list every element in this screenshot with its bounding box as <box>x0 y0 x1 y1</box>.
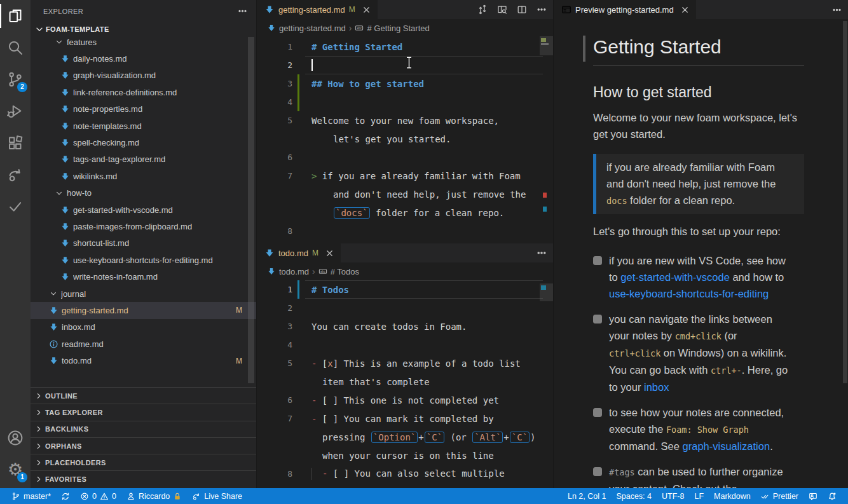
code-line-8[interactable]: 8 <box>257 222 553 240</box>
status-prettier[interactable]: Prettier <box>756 488 804 504</box>
activity-item-settings[interactable]: ⚙1 <box>0 454 31 486</box>
file-get-started-with-vscode.md[interactable]: get-started-with-vscode.md <box>31 201 256 218</box>
file-label: note-templates.md <box>73 121 142 131</box>
close-icon[interactable] <box>680 5 690 15</box>
code-line-1[interactable]: 1# Getting Started <box>257 37 553 56</box>
task-checkbox[interactable] <box>593 467 602 476</box>
code-line-wrap[interactable]: item that's complete <box>257 372 553 391</box>
section-placeholders[interactable]: PLACEHOLDERS <box>31 454 256 470</box>
status-spaces-4[interactable]: Spaces: 4 <box>611 488 657 504</box>
status-sync[interactable] <box>56 488 75 504</box>
code-line-wrap[interactable]: and don't need help, just remove the <box>257 185 553 203</box>
more-actions-icon[interactable] <box>832 5 842 15</box>
more-icon[interactable] <box>537 248 547 258</box>
breadcrumb-item[interactable]: todo.md <box>267 267 309 276</box>
status-utf-8[interactable]: UTF-8 <box>657 488 689 504</box>
status-feedback[interactable] <box>804 488 823 504</box>
file-shortcut-list.md[interactable]: shortcut-list.md <box>31 235 256 252</box>
tab-getting-started[interactable]: getting-started.md M <box>257 0 378 19</box>
status-markdown[interactable]: Markdown <box>709 488 756 504</box>
tab-preview[interactable]: Preview getting-started.md <box>554 0 696 19</box>
minimap[interactable] <box>540 36 553 55</box>
open-preview-side-icon[interactable] <box>497 4 507 15</box>
status-bell[interactable] <box>823 488 842 504</box>
code-line-7[interactable]: 7- [ ] You can mark it completed by <box>257 409 553 428</box>
activity-item-extensions[interactable] <box>0 127 31 159</box>
status-live-share[interactable]: Live Share <box>187 488 247 504</box>
file-spell-checking.md[interactable]: spell-checking.md <box>31 134 256 151</box>
code-line-5[interactable]: 5Welcome to your new foam workspace, <box>257 111 553 130</box>
code-line-wrap[interactable]: pressing `Option`+`C` (or `Alt`+`C`) <box>257 428 553 446</box>
activity-item-explorer[interactable] <box>0 0 31 32</box>
task-checkbox[interactable] <box>593 256 602 265</box>
code-line-wrap[interactable]: when your cursor is on this line <box>257 446 553 465</box>
file-daily-notes.md[interactable]: daily-notes.md <box>31 50 256 67</box>
status-0[interactable]: 00 <box>75 488 121 504</box>
activity-item-tasks-check[interactable] <box>0 191 31 222</box>
file-tags-and-tag-explorer.md[interactable]: tags-and-tag-explorer.md <box>31 151 256 168</box>
code-line-1[interactable]: 1# Todos <box>257 280 553 299</box>
open-changes-icon[interactable] <box>477 4 488 15</box>
file-readme.md[interactable]: readme.md <box>31 336 256 352</box>
section-tag-explorer[interactable]: TAG EXPLORER <box>31 404 256 420</box>
minimap[interactable] <box>540 283 553 301</box>
file-paste-images-from-clipboard.md[interactable]: paste-images-from-clipboard.md <box>31 218 256 235</box>
code-line-6[interactable]: 6 <box>257 148 553 167</box>
file-graph-visualization.md[interactable]: graph-visualization.md <box>31 67 256 84</box>
file-inbox.md[interactable]: inbox.md <box>31 319 256 336</box>
preview-link[interactable]: get-started-with-vscode <box>620 271 730 283</box>
file-note-properties.md[interactable]: note-properties.md <box>31 101 256 118</box>
code-line-7[interactable]: 7> if you are already familiar with Foam <box>257 167 553 185</box>
section-orphans[interactable]: ORPHANS <box>31 437 256 454</box>
file-todo.md[interactable]: todo.mdM <box>31 352 256 369</box>
activity-item-account[interactable] <box>0 422 31 454</box>
breadcrumb-item[interactable]: abc# Todos <box>318 267 359 276</box>
task-checkbox[interactable] <box>593 408 602 417</box>
activity-item-source-control[interactable]: 2 <box>0 64 31 95</box>
section-backlinks[interactable]: BACKLINKS <box>31 421 256 437</box>
editor-todo[interactable]: 1# Todos23You can create todos in Foam.4… <box>257 280 553 483</box>
activity-item-search[interactable] <box>0 32 31 64</box>
folder-how-to[interactable]: how-to <box>31 185 256 201</box>
sidebar-scrollbar[interactable] <box>248 37 254 383</box>
code-line-wrap[interactable]: `docs` folder for a clean repo. <box>257 203 553 222</box>
preview-link[interactable]: inbox <box>644 381 669 393</box>
activity-item-run-debug[interactable] <box>0 95 31 127</box>
code-line-2[interactable]: 2 <box>257 299 553 317</box>
code-line-5[interactable]: 5- [x] This is an example of a todo list <box>257 354 553 372</box>
status-riccardo[interactable]: Riccardo <box>121 488 187 504</box>
file-link-reference-definitions.md[interactable]: link-reference-definitions.md <box>31 84 256 100</box>
file-getting-started.md[interactable]: getting-started.mdM <box>31 302 256 318</box>
preview-scrollbar[interactable] <box>843 21 847 383</box>
code-line-4[interactable]: 4 <box>257 336 553 354</box>
close-icon[interactable] <box>362 5 371 15</box>
file-use-keyboard-shortcuts-for-editing.md[interactable]: use-keyboard-shortcuts-for-editing.md <box>31 252 256 268</box>
preview-link[interactable]: graph-visualization <box>683 440 770 452</box>
section-favorites[interactable]: FAVORITES <box>31 470 256 487</box>
section-outline[interactable]: OUTLINE <box>31 387 256 404</box>
code-line-6[interactable]: 6- [ ] This one is not completed yet <box>257 391 553 409</box>
status-master-[interactable]: master* <box>6 488 56 504</box>
activity-item-live-share[interactable] <box>0 159 31 191</box>
code-line-wrap[interactable]: let's get you started. <box>257 130 553 148</box>
folder-features[interactable]: features <box>31 34 256 50</box>
file-note-templates.md[interactable]: note-templates.md <box>31 118 256 134</box>
split-editor-icon[interactable] <box>517 4 527 15</box>
code-line-4[interactable]: 4 <box>257 93 553 111</box>
folder-journal[interactable]: journal <box>31 285 256 302</box>
code-line-3[interactable]: 3## How to get started <box>257 74 553 93</box>
breadcrumb-item[interactable]: getting-started.md <box>267 24 346 33</box>
status-ln-2-col-1[interactable]: Ln 2, Col 1 <box>563 488 611 504</box>
tab-todo[interactable]: todo.md M <box>257 243 341 262</box>
task-checkbox[interactable] <box>593 315 602 324</box>
code-line-3[interactable]: 3You can create todos in Foam. <box>257 317 553 336</box>
preview-link[interactable]: use-keyboard-shortcuts-for-editing <box>609 288 769 299</box>
status-lf[interactable]: LF <box>689 488 709 504</box>
file-wikilinks.md[interactable]: wikilinks.md <box>31 168 256 184</box>
close-icon[interactable] <box>325 249 334 258</box>
breadcrumb-item[interactable]: abc# Getting Started <box>355 24 429 33</box>
code-line-8[interactable]: 8- [ ] You can also select multiple <box>257 465 553 483</box>
more-icon[interactable] <box>537 4 547 15</box>
explorer-more-icon[interactable] <box>238 6 247 16</box>
file-write-notes-in-foam.md[interactable]: write-notes-in-foam.md <box>31 268 256 285</box>
